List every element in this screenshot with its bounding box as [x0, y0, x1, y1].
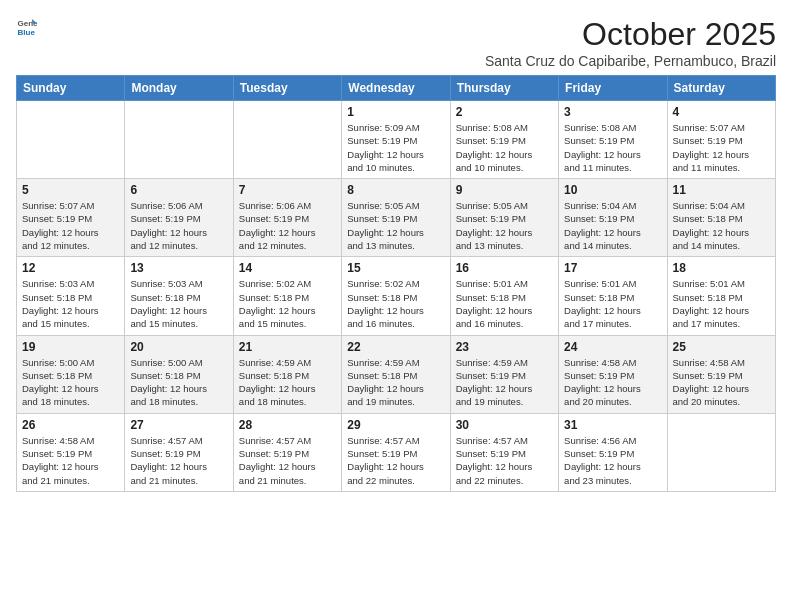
calendar-cell: 10Sunrise: 5:04 AM Sunset: 5:19 PM Dayli…: [559, 179, 667, 257]
weekday-header-sunday: Sunday: [17, 76, 125, 101]
calendar-cell: 9Sunrise: 5:05 AM Sunset: 5:19 PM Daylig…: [450, 179, 558, 257]
calendar-cell: 13Sunrise: 5:03 AM Sunset: 5:18 PM Dayli…: [125, 257, 233, 335]
weekday-header-saturday: Saturday: [667, 76, 775, 101]
day-number: 2: [456, 105, 553, 119]
calendar-cell: 15Sunrise: 5:02 AM Sunset: 5:18 PM Dayli…: [342, 257, 450, 335]
day-info: Sunrise: 4:58 AM Sunset: 5:19 PM Dayligh…: [564, 356, 661, 409]
logo-icon: General Blue: [16, 16, 38, 38]
day-info: Sunrise: 5:09 AM Sunset: 5:19 PM Dayligh…: [347, 121, 444, 174]
calendar-cell: 7Sunrise: 5:06 AM Sunset: 5:19 PM Daylig…: [233, 179, 341, 257]
day-info: Sunrise: 5:08 AM Sunset: 5:19 PM Dayligh…: [456, 121, 553, 174]
day-number: 13: [130, 261, 227, 275]
day-info: Sunrise: 4:57 AM Sunset: 5:19 PM Dayligh…: [347, 434, 444, 487]
calendar-week-3: 12Sunrise: 5:03 AM Sunset: 5:18 PM Dayli…: [17, 257, 776, 335]
calendar-week-5: 26Sunrise: 4:58 AM Sunset: 5:19 PM Dayli…: [17, 413, 776, 491]
calendar-cell: 29Sunrise: 4:57 AM Sunset: 5:19 PM Dayli…: [342, 413, 450, 491]
day-info: Sunrise: 5:02 AM Sunset: 5:18 PM Dayligh…: [239, 277, 336, 330]
calendar-cell: 25Sunrise: 4:58 AM Sunset: 5:19 PM Dayli…: [667, 335, 775, 413]
weekday-header-monday: Monday: [125, 76, 233, 101]
calendar-cell: 4Sunrise: 5:07 AM Sunset: 5:19 PM Daylig…: [667, 101, 775, 179]
weekday-header-row: SundayMondayTuesdayWednesdayThursdayFrid…: [17, 76, 776, 101]
calendar-cell: [17, 101, 125, 179]
calendar-cell: 3Sunrise: 5:08 AM Sunset: 5:19 PM Daylig…: [559, 101, 667, 179]
day-info: Sunrise: 5:00 AM Sunset: 5:18 PM Dayligh…: [130, 356, 227, 409]
day-number: 12: [22, 261, 119, 275]
title-block: October 2025 Santa Cruz do Capibaribe, P…: [485, 16, 776, 69]
calendar-week-4: 19Sunrise: 5:00 AM Sunset: 5:18 PM Dayli…: [17, 335, 776, 413]
day-info: Sunrise: 4:57 AM Sunset: 5:19 PM Dayligh…: [456, 434, 553, 487]
day-number: 18: [673, 261, 770, 275]
day-number: 23: [456, 340, 553, 354]
day-info: Sunrise: 4:56 AM Sunset: 5:19 PM Dayligh…: [564, 434, 661, 487]
day-number: 17: [564, 261, 661, 275]
weekday-header-wednesday: Wednesday: [342, 76, 450, 101]
day-number: 26: [22, 418, 119, 432]
calendar-cell: 22Sunrise: 4:59 AM Sunset: 5:18 PM Dayli…: [342, 335, 450, 413]
calendar-cell: 21Sunrise: 4:59 AM Sunset: 5:18 PM Dayli…: [233, 335, 341, 413]
day-info: Sunrise: 5:06 AM Sunset: 5:19 PM Dayligh…: [130, 199, 227, 252]
calendar-cell: 2Sunrise: 5:08 AM Sunset: 5:19 PM Daylig…: [450, 101, 558, 179]
day-info: Sunrise: 5:08 AM Sunset: 5:19 PM Dayligh…: [564, 121, 661, 174]
day-info: Sunrise: 5:01 AM Sunset: 5:18 PM Dayligh…: [673, 277, 770, 330]
day-number: 27: [130, 418, 227, 432]
day-info: Sunrise: 5:04 AM Sunset: 5:18 PM Dayligh…: [673, 199, 770, 252]
day-info: Sunrise: 5:03 AM Sunset: 5:18 PM Dayligh…: [22, 277, 119, 330]
day-number: 14: [239, 261, 336, 275]
day-number: 29: [347, 418, 444, 432]
day-number: 1: [347, 105, 444, 119]
calendar-cell: 6Sunrise: 5:06 AM Sunset: 5:19 PM Daylig…: [125, 179, 233, 257]
day-info: Sunrise: 5:07 AM Sunset: 5:19 PM Dayligh…: [22, 199, 119, 252]
day-number: 11: [673, 183, 770, 197]
calendar-cell: 11Sunrise: 5:04 AM Sunset: 5:18 PM Dayli…: [667, 179, 775, 257]
calendar-cell: 20Sunrise: 5:00 AM Sunset: 5:18 PM Dayli…: [125, 335, 233, 413]
day-number: 21: [239, 340, 336, 354]
calendar-cell: 19Sunrise: 5:00 AM Sunset: 5:18 PM Dayli…: [17, 335, 125, 413]
calendar-cell: [233, 101, 341, 179]
day-number: 24: [564, 340, 661, 354]
calendar-cell: 8Sunrise: 5:05 AM Sunset: 5:19 PM Daylig…: [342, 179, 450, 257]
day-info: Sunrise: 4:59 AM Sunset: 5:18 PM Dayligh…: [347, 356, 444, 409]
day-number: 16: [456, 261, 553, 275]
day-number: 31: [564, 418, 661, 432]
month-title: October 2025: [485, 16, 776, 53]
calendar-cell: 16Sunrise: 5:01 AM Sunset: 5:18 PM Dayli…: [450, 257, 558, 335]
calendar-cell: 30Sunrise: 4:57 AM Sunset: 5:19 PM Dayli…: [450, 413, 558, 491]
calendar-cell: [125, 101, 233, 179]
day-info: Sunrise: 5:07 AM Sunset: 5:19 PM Dayligh…: [673, 121, 770, 174]
weekday-header-thursday: Thursday: [450, 76, 558, 101]
day-number: 22: [347, 340, 444, 354]
day-number: 30: [456, 418, 553, 432]
calendar-cell: 5Sunrise: 5:07 AM Sunset: 5:19 PM Daylig…: [17, 179, 125, 257]
day-info: Sunrise: 5:05 AM Sunset: 5:19 PM Dayligh…: [456, 199, 553, 252]
calendar-cell: 26Sunrise: 4:58 AM Sunset: 5:19 PM Dayli…: [17, 413, 125, 491]
day-number: 28: [239, 418, 336, 432]
day-info: Sunrise: 4:59 AM Sunset: 5:19 PM Dayligh…: [456, 356, 553, 409]
day-info: Sunrise: 5:03 AM Sunset: 5:18 PM Dayligh…: [130, 277, 227, 330]
svg-text:General: General: [17, 19, 38, 28]
calendar-cell: 14Sunrise: 5:02 AM Sunset: 5:18 PM Dayli…: [233, 257, 341, 335]
day-number: 6: [130, 183, 227, 197]
calendar-week-2: 5Sunrise: 5:07 AM Sunset: 5:19 PM Daylig…: [17, 179, 776, 257]
calendar-cell: 31Sunrise: 4:56 AM Sunset: 5:19 PM Dayli…: [559, 413, 667, 491]
calendar-cell: 28Sunrise: 4:57 AM Sunset: 5:19 PM Dayli…: [233, 413, 341, 491]
day-number: 3: [564, 105, 661, 119]
day-number: 15: [347, 261, 444, 275]
day-number: 19: [22, 340, 119, 354]
calendar-cell: 12Sunrise: 5:03 AM Sunset: 5:18 PM Dayli…: [17, 257, 125, 335]
day-info: Sunrise: 4:58 AM Sunset: 5:19 PM Dayligh…: [22, 434, 119, 487]
day-number: 10: [564, 183, 661, 197]
day-number: 25: [673, 340, 770, 354]
day-number: 8: [347, 183, 444, 197]
day-number: 20: [130, 340, 227, 354]
logo: General Blue: [16, 16, 40, 38]
day-info: Sunrise: 5:04 AM Sunset: 5:19 PM Dayligh…: [564, 199, 661, 252]
day-info: Sunrise: 5:01 AM Sunset: 5:18 PM Dayligh…: [564, 277, 661, 330]
day-info: Sunrise: 4:59 AM Sunset: 5:18 PM Dayligh…: [239, 356, 336, 409]
day-info: Sunrise: 5:02 AM Sunset: 5:18 PM Dayligh…: [347, 277, 444, 330]
day-info: Sunrise: 5:01 AM Sunset: 5:18 PM Dayligh…: [456, 277, 553, 330]
day-number: 9: [456, 183, 553, 197]
weekday-header-tuesday: Tuesday: [233, 76, 341, 101]
day-info: Sunrise: 4:57 AM Sunset: 5:19 PM Dayligh…: [130, 434, 227, 487]
day-number: 4: [673, 105, 770, 119]
location-subtitle: Santa Cruz do Capibaribe, Pernambuco, Br…: [485, 53, 776, 69]
